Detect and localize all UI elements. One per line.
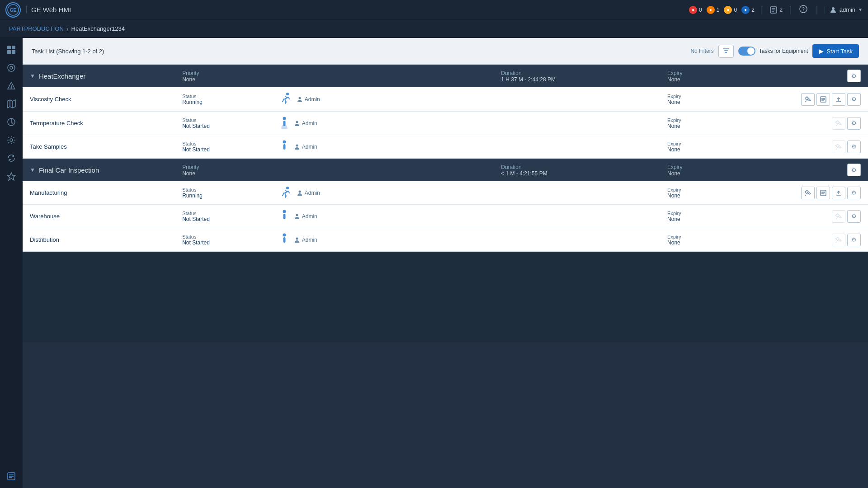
task-row-viscosity-check: Viscosity Check Status Running <box>23 87 868 112</box>
sidebar-icon-map[interactable] <box>3 96 19 112</box>
svg-point-13 <box>8 64 15 71</box>
task-table: ▼ HeatExchanger Priority None Duration <box>23 65 868 252</box>
svg-point-14 <box>10 66 13 69</box>
group-gear-button-1[interactable]: ⚙ <box>847 164 861 176</box>
header-alerts: ● 0 ● 1 ● 0 ● 2 | 2 | <box>689 3 863 17</box>
status-val-warehouse: Not Started <box>182 216 265 222</box>
svg-line-49 <box>805 195 806 196</box>
filter-button[interactable] <box>718 45 734 58</box>
help-button[interactable]: ? <box>797 3 809 17</box>
svg-rect-11 <box>7 50 11 54</box>
user-section[interactable]: admin ▼ <box>825 6 863 14</box>
expiry-label-warehouse: Expiry <box>667 211 736 216</box>
alert-orange[interactable]: ● 1 <box>707 6 720 14</box>
alert-yellow[interactable]: ● 0 <box>724 6 737 14</box>
gear-button-manufacturing[interactable]: ⚙ <box>847 187 861 199</box>
svg-point-62 <box>296 237 298 239</box>
expiry-val-temperature: None <box>667 123 736 129</box>
gear-button-samples[interactable]: ⚙ <box>847 141 861 153</box>
upload-button-viscosity[interactable] <box>832 93 845 106</box>
task-list-header: Task List (Showing 1-2 of 2) No Filters … <box>23 38 868 65</box>
svg-rect-44 <box>283 144 285 150</box>
ge-logo: GE <box>5 2 21 18</box>
pin-button-manufacturing[interactable] <box>801 187 815 199</box>
collapse-icon-2[interactable]: ▼ <box>30 167 35 173</box>
assigned-temperature: Admin <box>294 120 317 127</box>
sidebar-icon-tasks[interactable] <box>3 468 19 484</box>
toggle-label: Tasks for Equipment <box>759 48 808 54</box>
group-name-heat-exchanger[interactable]: ▼ HeatExchanger <box>30 72 168 80</box>
expiry-val-viscosity: None <box>667 99 736 105</box>
list-button-manufacturing[interactable] <box>816 187 830 199</box>
badge-red: ● <box>689 6 697 14</box>
svg-point-39 <box>283 117 286 120</box>
tasks-icon[interactable]: 2 <box>769 6 783 14</box>
svg-point-16 <box>11 88 12 89</box>
sidebar-icon-star[interactable] <box>3 168 19 184</box>
svg-point-58 <box>296 214 298 216</box>
status-val-temperature: Not Started <box>182 123 265 129</box>
gear-button-viscosity[interactable]: ⚙ <box>847 93 861 106</box>
svg-line-42 <box>836 125 837 126</box>
assigned-distribution: Admin <box>294 237 317 243</box>
svg-line-63 <box>836 242 837 243</box>
task-row-warehouse: Warehouse Status Not Started <box>23 205 868 228</box>
sidebar <box>0 38 23 488</box>
pin-button-viscosity[interactable] <box>801 93 815 106</box>
svg-rect-57 <box>283 214 285 219</box>
group-expiry-label-1: Expiry <box>667 164 736 170</box>
expiry-label-temperature: Expiry <box>667 117 736 123</box>
task-name-distribution: Distribution <box>30 236 59 243</box>
start-task-button[interactable]: ▶ Start Task <box>812 44 859 58</box>
group-name-final-car[interactable]: ▼ Final Car Inspection <box>30 166 168 174</box>
group-gear-button-0[interactable]: ⚙ <box>847 70 861 82</box>
task-name-warehouse: Warehouse <box>30 213 60 220</box>
svg-point-60 <box>283 234 286 237</box>
upload-button-manufacturing[interactable] <box>832 187 845 199</box>
collapse-icon[interactable]: ▼ <box>30 73 35 79</box>
svg-marker-22 <box>7 173 15 180</box>
breadcrumb-parent[interactable]: PARTPRODUCTION <box>9 25 64 32</box>
svg-point-45 <box>296 144 298 146</box>
sidebar-icon-analytics[interactable] <box>3 114 19 130</box>
status-label-viscosity: Status <box>182 94 265 99</box>
no-filters-label: No Filters <box>690 48 713 54</box>
gear-button-warehouse[interactable]: ⚙ <box>847 210 861 223</box>
sidebar-icon-alerts[interactable] <box>3 78 19 94</box>
sidebar-icon-monitoring[interactable] <box>3 60 19 76</box>
sep1: | <box>761 5 763 15</box>
content-area: Task List (Showing 1-2 of 2) No Filters … <box>23 38 868 488</box>
header-actions: No Filters Tasks for Equipment ▶ <box>690 44 859 58</box>
sep3: | <box>816 5 818 15</box>
alert-blue[interactable]: ● 2 <box>741 6 755 14</box>
gear-button-distribution[interactable]: ⚙ <box>847 234 861 246</box>
pin-button-samples <box>832 141 845 153</box>
expiry-label-samples: Expiry <box>667 141 736 146</box>
svg-rect-61 <box>283 237 285 243</box>
group-duration-val: 1 H 37 M - 2:44:28 PM <box>501 76 653 83</box>
running-icon-manufacturing <box>279 186 292 200</box>
list-button-viscosity[interactable] <box>816 93 830 106</box>
expiry-val-distribution: None <box>667 239 736 246</box>
sidebar-icon-dashboard[interactable] <box>3 42 19 58</box>
sidebar-icon-settings[interactable] <box>3 132 19 148</box>
assigned-viscosity: Admin <box>297 96 320 103</box>
svg-point-31 <box>298 97 301 99</box>
group-priority-label-1: Priority <box>182 164 265 170</box>
status-label-warehouse: Status <box>182 211 265 216</box>
status-val-manufacturing: Running <box>182 192 265 199</box>
svg-point-8 <box>832 7 835 10</box>
top-header: GE GE Web HMI ● 0 ● 1 ● 0 ● 2 | <box>0 0 868 20</box>
gear-button-temperature[interactable]: ⚙ <box>847 117 861 130</box>
expiry-label-viscosity: Expiry <box>667 94 736 99</box>
task-row-distribution: Distribution Status Not Started <box>23 228 868 252</box>
sidebar-icon-refresh[interactable] <box>3 150 19 166</box>
group-duration-val-1: < 1 M - 4:21:55 PM <box>501 170 653 177</box>
badge-blue: ● <box>741 6 750 14</box>
svg-point-47 <box>286 187 289 189</box>
svg-rect-9 <box>7 46 11 49</box>
equipment-toggle[interactable] <box>738 47 755 56</box>
breadcrumb-bar: PARTPRODUCTION › HeatExchanger1234 <box>0 20 868 38</box>
pin-button-distribution <box>832 234 845 246</box>
alert-red[interactable]: ● 0 <box>689 6 702 14</box>
